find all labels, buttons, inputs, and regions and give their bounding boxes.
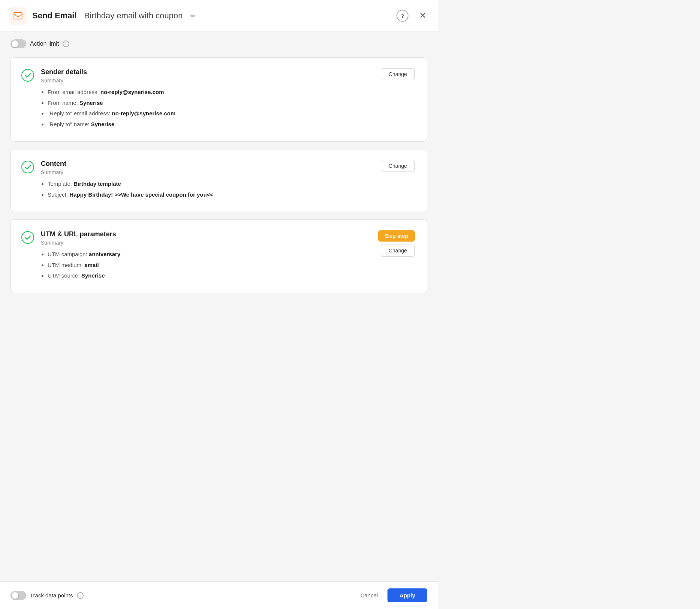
svg-point-3 (22, 231, 34, 243)
header: Send Email Birthday email with coupon ✏ … (0, 0, 438, 32)
list-item: Subject: Happy Birthday! >>We have speci… (48, 191, 374, 199)
section-card-sender-details: Sender detailsSummaryFrom email address:… (10, 57, 427, 142)
list-item: "Reply to" name: Synerise (48, 120, 374, 129)
section-card-utm-url: UTM & URL parametersSummaryUTM campaign:… (10, 219, 427, 293)
content-change-button[interactable]: Change (381, 160, 415, 172)
content-check-icon (21, 161, 34, 175)
action-limit-label: Action limit (30, 40, 59, 47)
sender-details-summary: Summary (41, 78, 374, 84)
list-item: From email address: no-reply@synerise.co… (48, 88, 374, 97)
svg-rect-0 (14, 12, 22, 19)
main-content: Sender detailsSummaryFrom email address:… (0, 56, 438, 346)
svg-point-2 (22, 161, 34, 173)
utm-url-skip-button[interactable]: Skip step (378, 230, 415, 242)
edit-icon[interactable]: ✏ (190, 12, 195, 19)
sender-details-check-icon (21, 69, 34, 83)
list-item: Template: Birthday template (48, 180, 374, 188)
page-title: Send Email (32, 11, 77, 21)
sender-details-body: Sender detailsSummaryFrom email address:… (41, 68, 374, 131)
utm-url-actions: Skip stepChange (378, 230, 415, 257)
action-limit-info-icon[interactable]: i (63, 40, 69, 47)
list-item: UTM source: Synerise (48, 272, 371, 280)
list-item: UTM campaign: anniversary (48, 250, 371, 259)
utm-url-body: UTM & URL parametersSummaryUTM campaign:… (41, 230, 371, 282)
content-summary: Summary (41, 169, 374, 175)
page-subtitle: Birthday email with coupon (84, 11, 183, 21)
sender-details-title: Sender details (41, 68, 374, 76)
list-item: "Reply to" email address: no-reply@syner… (48, 109, 374, 118)
utm-url-summary: Summary (41, 240, 371, 246)
sender-details-list: From email address: no-reply@synerise.co… (41, 88, 374, 128)
help-button[interactable]: ? (396, 10, 408, 22)
content-body: ContentSummaryTemplate: Birthday templat… (41, 160, 374, 201)
utm-url-change-button[interactable]: Change (381, 245, 415, 257)
action-limit-bar: Action limit i (0, 32, 438, 56)
section-card-content: ContentSummaryTemplate: Birthday templat… (10, 149, 427, 212)
sender-details-change-button[interactable]: Change (381, 68, 415, 80)
svg-point-1 (22, 69, 34, 81)
toggle-thumb (12, 40, 18, 47)
action-limit-toggle[interactable] (10, 39, 26, 48)
content-title: Content (41, 160, 374, 168)
utm-url-check-icon (21, 231, 34, 245)
utm-url-list: UTM campaign: anniversaryUTM medium: ema… (41, 250, 371, 280)
app-icon (9, 7, 27, 25)
list-item: UTM medium: email (48, 261, 371, 270)
list-item: From name: Synerise (48, 99, 374, 107)
utm-url-title: UTM & URL parameters (41, 230, 371, 238)
sender-details-actions: Change (381, 68, 415, 80)
close-button[interactable]: ✕ (417, 10, 429, 22)
content-actions: Change (381, 160, 415, 172)
content-list: Template: Birthday templateSubject: Happ… (41, 180, 374, 199)
